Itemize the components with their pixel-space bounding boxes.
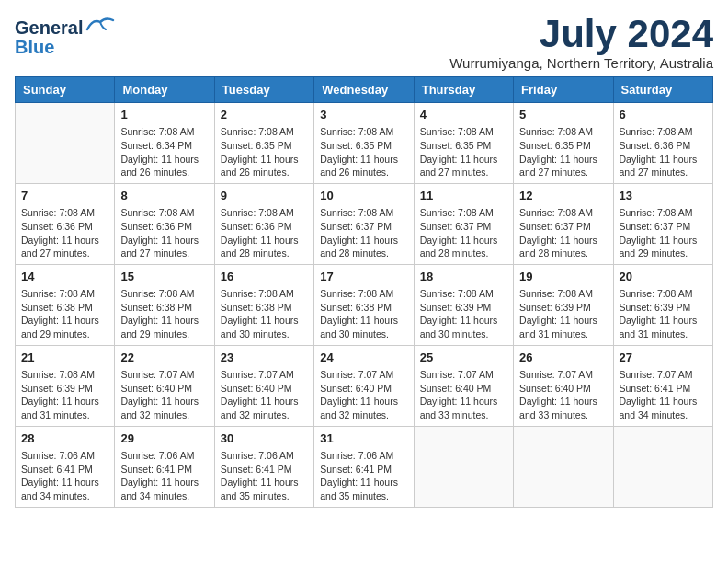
day-number: 19 xyxy=(519,269,607,285)
day-detail: Sunrise: 7:08 AM Sunset: 6:35 PM Dayligh… xyxy=(420,125,507,179)
day-detail: Sunrise: 7:07 AM Sunset: 6:40 PM Dayligh… xyxy=(221,368,308,422)
day-number: 11 xyxy=(420,188,507,204)
day-detail: Sunrise: 7:08 AM Sunset: 6:36 PM Dayligh… xyxy=(221,206,308,260)
calendar-cell: 15Sunrise: 7:08 AM Sunset: 6:38 PM Dayli… xyxy=(115,264,214,345)
day-number: 29 xyxy=(120,431,208,447)
calendar-cell: 10Sunrise: 7:08 AM Sunset: 6:37 PM Dayli… xyxy=(314,183,414,264)
calendar-cell xyxy=(16,103,115,184)
day-detail: Sunrise: 7:07 AM Sunset: 6:40 PM Dayligh… xyxy=(519,368,607,422)
day-detail: Sunrise: 7:07 AM Sunset: 6:40 PM Dayligh… xyxy=(120,368,208,422)
day-detail: Sunrise: 7:08 AM Sunset: 6:39 PM Dayligh… xyxy=(620,287,707,341)
calendar-week-row: 21Sunrise: 7:08 AM Sunset: 6:39 PM Dayli… xyxy=(16,345,713,426)
calendar-cell: 16Sunrise: 7:08 AM Sunset: 6:38 PM Dayli… xyxy=(214,264,313,345)
day-number: 2 xyxy=(221,107,308,123)
day-number: 5 xyxy=(519,107,607,123)
day-detail: Sunrise: 7:08 AM Sunset: 6:37 PM Dayligh… xyxy=(320,206,407,260)
calendar-cell: 5Sunrise: 7:08 AM Sunset: 6:35 PM Daylig… xyxy=(514,103,613,184)
calendar-cell: 6Sunrise: 7:08 AM Sunset: 6:36 PM Daylig… xyxy=(613,103,712,184)
day-detail: Sunrise: 7:07 AM Sunset: 6:40 PM Dayligh… xyxy=(320,368,407,422)
calendar-table: SundayMondayTuesdayWednesdayThursdayFrid… xyxy=(15,76,713,508)
calendar-cell: 27Sunrise: 7:07 AM Sunset: 6:41 PM Dayli… xyxy=(613,345,712,426)
calendar-cell: 17Sunrise: 7:08 AM Sunset: 6:38 PM Dayli… xyxy=(314,264,414,345)
day-number: 1 xyxy=(120,107,208,123)
day-number: 28 xyxy=(21,431,108,447)
calendar-week-row: 7Sunrise: 7:08 AM Sunset: 6:36 PM Daylig… xyxy=(16,183,713,264)
day-number: 13 xyxy=(620,188,707,204)
day-number: 12 xyxy=(519,188,607,204)
day-detail: Sunrise: 7:07 AM Sunset: 6:40 PM Dayligh… xyxy=(420,368,507,422)
day-number: 21 xyxy=(21,350,108,366)
day-detail: Sunrise: 7:08 AM Sunset: 6:37 PM Dayligh… xyxy=(519,206,607,260)
day-detail: Sunrise: 7:08 AM Sunset: 6:39 PM Dayligh… xyxy=(519,287,607,341)
day-detail: Sunrise: 7:08 AM Sunset: 6:39 PM Dayligh… xyxy=(420,287,507,341)
day-number: 27 xyxy=(620,350,707,366)
day-detail: Sunrise: 7:08 AM Sunset: 6:35 PM Dayligh… xyxy=(519,125,607,179)
day-number: 24 xyxy=(320,350,407,366)
day-number: 10 xyxy=(320,188,407,204)
day-detail: Sunrise: 7:08 AM Sunset: 6:35 PM Dayligh… xyxy=(221,125,308,179)
calendar-cell: 12Sunrise: 7:08 AM Sunset: 6:37 PM Dayli… xyxy=(514,183,613,264)
calendar-week-row: 28Sunrise: 7:06 AM Sunset: 6:41 PM Dayli… xyxy=(16,426,713,507)
page-header: General Blue July 2024 Wurrumiyanga, Nor… xyxy=(15,15,713,71)
day-number: 16 xyxy=(221,269,308,285)
day-detail: Sunrise: 7:06 AM Sunset: 6:41 PM Dayligh… xyxy=(21,449,108,503)
day-detail: Sunrise: 7:06 AM Sunset: 6:41 PM Dayligh… xyxy=(221,449,308,503)
day-number: 4 xyxy=(420,107,507,123)
day-number: 14 xyxy=(21,269,108,285)
calendar-cell: 2Sunrise: 7:08 AM Sunset: 6:35 PM Daylig… xyxy=(214,103,313,184)
calendar-cell: 31Sunrise: 7:06 AM Sunset: 6:41 PM Dayli… xyxy=(314,426,414,507)
day-detail: Sunrise: 7:08 AM Sunset: 6:38 PM Dayligh… xyxy=(120,287,208,341)
calendar-cell: 20Sunrise: 7:08 AM Sunset: 6:39 PM Dayli… xyxy=(613,264,712,345)
calendar-cell xyxy=(613,426,712,507)
logo-general-text: General xyxy=(15,17,83,39)
day-detail: Sunrise: 7:07 AM Sunset: 6:41 PM Dayligh… xyxy=(620,368,707,422)
col-header-saturday: Saturday xyxy=(613,77,712,103)
day-detail: Sunrise: 7:06 AM Sunset: 6:41 PM Dayligh… xyxy=(320,449,407,503)
day-detail: Sunrise: 7:08 AM Sunset: 6:38 PM Dayligh… xyxy=(21,287,108,341)
calendar-cell xyxy=(514,426,613,507)
day-number: 9 xyxy=(221,188,308,204)
title-area: July 2024 Wurrumiyanga, Northern Territo… xyxy=(449,15,713,71)
logo-blue-text: Blue xyxy=(15,37,54,58)
calendar-cell: 14Sunrise: 7:08 AM Sunset: 6:38 PM Dayli… xyxy=(16,264,115,345)
day-detail: Sunrise: 7:08 AM Sunset: 6:36 PM Dayligh… xyxy=(120,206,208,260)
day-detail: Sunrise: 7:08 AM Sunset: 6:35 PM Dayligh… xyxy=(320,125,407,179)
day-number: 23 xyxy=(221,350,308,366)
calendar-cell: 4Sunrise: 7:08 AM Sunset: 6:35 PM Daylig… xyxy=(414,103,513,184)
day-detail: Sunrise: 7:08 AM Sunset: 6:36 PM Dayligh… xyxy=(620,125,707,179)
calendar-cell xyxy=(414,426,513,507)
location-subtitle: Wurrumiyanga, Northern Territory, Austra… xyxy=(449,55,713,71)
calendar-cell: 26Sunrise: 7:07 AM Sunset: 6:40 PM Dayli… xyxy=(514,345,613,426)
logo-bird-icon xyxy=(85,15,115,40)
day-number: 8 xyxy=(120,188,208,204)
logo: General Blue xyxy=(15,15,115,58)
calendar-header-row: SundayMondayTuesdayWednesdayThursdayFrid… xyxy=(16,77,713,103)
calendar-cell: 7Sunrise: 7:08 AM Sunset: 6:36 PM Daylig… xyxy=(16,183,115,264)
day-number: 20 xyxy=(620,269,707,285)
day-detail: Sunrise: 7:08 AM Sunset: 6:37 PM Dayligh… xyxy=(620,206,707,260)
calendar-cell: 18Sunrise: 7:08 AM Sunset: 6:39 PM Dayli… xyxy=(414,264,513,345)
day-number: 7 xyxy=(21,188,108,204)
col-header-wednesday: Wednesday xyxy=(314,77,414,103)
month-year-title: July 2024 xyxy=(449,15,713,53)
calendar-cell: 22Sunrise: 7:07 AM Sunset: 6:40 PM Dayli… xyxy=(115,345,214,426)
calendar-cell: 1Sunrise: 7:08 AM Sunset: 6:34 PM Daylig… xyxy=(115,103,214,184)
calendar-cell: 28Sunrise: 7:06 AM Sunset: 6:41 PM Dayli… xyxy=(16,426,115,507)
calendar-cell: 9Sunrise: 7:08 AM Sunset: 6:36 PM Daylig… xyxy=(214,183,313,264)
calendar-cell: 19Sunrise: 7:08 AM Sunset: 6:39 PM Dayli… xyxy=(514,264,613,345)
day-detail: Sunrise: 7:08 AM Sunset: 6:37 PM Dayligh… xyxy=(420,206,507,260)
calendar-cell: 24Sunrise: 7:07 AM Sunset: 6:40 PM Dayli… xyxy=(314,345,414,426)
calendar-week-row: 1Sunrise: 7:08 AM Sunset: 6:34 PM Daylig… xyxy=(16,103,713,184)
calendar-cell: 21Sunrise: 7:08 AM Sunset: 6:39 PM Dayli… xyxy=(16,345,115,426)
day-number: 22 xyxy=(120,350,208,366)
calendar-cell: 3Sunrise: 7:08 AM Sunset: 6:35 PM Daylig… xyxy=(314,103,414,184)
day-number: 15 xyxy=(120,269,208,285)
day-number: 25 xyxy=(420,350,507,366)
col-header-thursday: Thursday xyxy=(414,77,513,103)
calendar-cell: 29Sunrise: 7:06 AM Sunset: 6:41 PM Dayli… xyxy=(115,426,214,507)
col-header-sunday: Sunday xyxy=(16,77,115,103)
col-header-monday: Monday xyxy=(115,77,214,103)
day-detail: Sunrise: 7:08 AM Sunset: 6:34 PM Dayligh… xyxy=(120,125,208,179)
calendar-cell: 25Sunrise: 7:07 AM Sunset: 6:40 PM Dayli… xyxy=(414,345,513,426)
col-header-tuesday: Tuesday xyxy=(214,77,313,103)
